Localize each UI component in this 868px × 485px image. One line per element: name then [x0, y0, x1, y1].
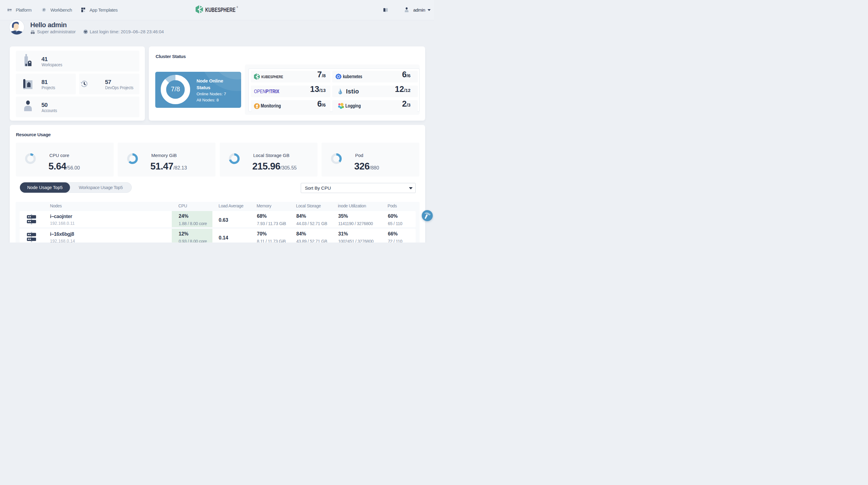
svg-text:®: ®	[237, 6, 238, 8]
svg-text:KUBESPHERE: KUBESPHERE	[206, 6, 236, 13]
